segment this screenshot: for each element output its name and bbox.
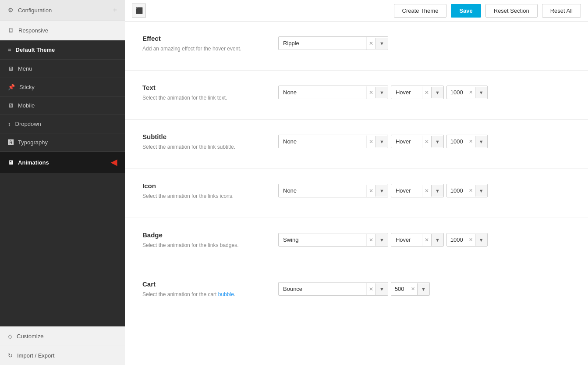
main-panel: ⬛ Create Theme Save Reset Section Reset … — [125, 0, 588, 365]
subtitle-select-arrow[interactable]: ▼ — [375, 136, 388, 147]
create-theme-button[interactable]: Create Theme — [394, 4, 447, 18]
subtitle-select-value: None — [279, 135, 366, 148]
cart-desc: Select the animation for the cart bubble… — [142, 290, 265, 298]
layout-icon: ⬛ — [135, 7, 143, 14]
icon-trigger-arrow[interactable]: ▼ — [431, 185, 443, 197]
subtitle-select-clear[interactable]: ✕ — [366, 136, 375, 148]
subtitle-trigger-select[interactable]: Hover ✕ ▼ — [391, 135, 444, 148]
menu-icon: 🖥 — [8, 65, 14, 72]
hamburger-icon: ≡ — [8, 47, 11, 53]
sidebar: ⚙ Configuration + 🖥 Responsive ≡ Default… — [0, 0, 125, 365]
badge-trigger-select[interactable]: Hover ✕ ▼ — [391, 233, 444, 247]
icon-duration-arrow[interactable]: ▼ — [475, 185, 487, 197]
icon-select-arrow[interactable]: ▼ — [375, 185, 388, 197]
badge-select-arrow[interactable]: ▼ — [375, 234, 388, 246]
cart-duration-value: 500 — [391, 283, 409, 295]
cart-duration[interactable]: 500 ✕ ▼ — [391, 282, 430, 296]
effect-select-arrow[interactable]: ▼ — [375, 38, 388, 49]
text-trigger-select[interactable]: Hover ✕ ▼ — [391, 86, 444, 99]
subtitle-desc: Select the animation for the link subtit… — [142, 143, 265, 151]
cart-duration-x[interactable]: ✕ — [409, 283, 417, 295]
sidebar-top: ⚙ Configuration + 🖥 Responsive — [0, 0, 125, 40]
cart-duration-arrow[interactable]: ▼ — [417, 283, 429, 295]
badge-title: Badge — [142, 231, 265, 239]
sidebar-item-animations-label: Animations — [18, 159, 49, 166]
badge-duration-x[interactable]: ✕ — [467, 234, 475, 246]
badge-select-clear[interactable]: ✕ — [366, 234, 375, 246]
effect-section: Effect Add an amazing effect for the hov… — [142, 35, 570, 53]
sidebar-item-sticky-label: Sticky — [19, 84, 35, 90]
icon-trigger-clear[interactable]: ✕ — [422, 185, 431, 197]
cart-title: Cart — [142, 280, 265, 288]
sidebar-item-typography-label: Typography — [18, 139, 48, 146]
icon-duration-x[interactable]: ✕ — [467, 185, 475, 197]
effect-select-value: Ripple — [279, 37, 366, 50]
icon-select-clear[interactable]: ✕ — [366, 185, 375, 197]
text-duration[interactable]: 1000 ✕ ▼ — [446, 86, 488, 99]
sidebar-item-mobile[interactable]: 🖥 Mobile — [0, 97, 125, 115]
sidebar-section-default-theme[interactable]: ≡ Default Theme — [0, 40, 125, 60]
save-button[interactable]: Save — [451, 4, 481, 18]
text-trigger-arrow[interactable]: ▼ — [431, 87, 443, 98]
sidebar-item-typography[interactable]: 🅰 Typography — [0, 133, 125, 152]
reset-all-button[interactable]: Reset All — [542, 4, 581, 18]
text-section: Text Select the animation for the link t… — [142, 84, 570, 102]
subtitle-trigger-clear[interactable]: ✕ — [422, 136, 431, 148]
badge-duration[interactable]: 1000 ✕ ▼ — [446, 233, 488, 247]
text-duration-arrow[interactable]: ▼ — [475, 87, 487, 98]
text-select-value: None — [279, 86, 366, 99]
cart-section: Cart Select the animation for the cart b… — [142, 280, 570, 298]
icon-duration[interactable]: 1000 ✕ ▼ — [446, 184, 488, 197]
reset-section-button[interactable]: Reset Section — [485, 4, 538, 18]
subtitle-trigger-arrow[interactable]: ▼ — [431, 136, 443, 147]
sidebar-item-configuration-label: Configuration — [18, 7, 52, 14]
sidebar-item-customize[interactable]: ◇ Customize — [0, 326, 125, 346]
subtitle-select[interactable]: None ✕ ▼ — [278, 135, 388, 148]
cart-select-clear[interactable]: ✕ — [366, 283, 375, 295]
import-export-icon: ↻ — [8, 352, 13, 359]
text-select-arrow[interactable]: ▼ — [375, 87, 388, 98]
sidebar-item-sticky[interactable]: 📌 Sticky — [0, 78, 125, 97]
sidebar-item-responsive[interactable]: 🖥 Responsive — [0, 21, 125, 40]
sidebar-item-dropdown[interactable]: ↕ Dropdown — [0, 115, 125, 133]
effect-title: Effect — [142, 35, 265, 42]
cart-desc-link[interactable]: bubble — [218, 291, 234, 297]
layout-icon-btn[interactable]: ⬛ — [132, 4, 146, 18]
badge-trigger-clear[interactable]: ✕ — [422, 234, 431, 246]
badge-select[interactable]: Swing ✕ ▼ — [278, 233, 388, 247]
icon-trigger-select[interactable]: Hover ✕ ▼ — [391, 184, 444, 197]
text-select-clear[interactable]: ✕ — [366, 86, 375, 99]
badge-section-left: Badge Select the animation for the links… — [142, 231, 265, 249]
sidebar-item-menu[interactable]: 🖥 Menu — [0, 60, 125, 78]
sidebar-bottom: ◇ Customize ↻ Import / Export — [0, 326, 125, 365]
text-select[interactable]: None ✕ ▼ — [278, 86, 388, 99]
badge-trigger-arrow[interactable]: ▼ — [431, 234, 443, 246]
subtitle-duration-x[interactable]: ✕ — [467, 136, 475, 147]
sidebar-item-import-export[interactable]: ↻ Import / Export — [0, 346, 125, 365]
subtitle-duration-value: 1000 — [447, 135, 467, 148]
sidebar-item-mobile-label: Mobile — [18, 102, 35, 109]
effect-select-clear[interactable]: ✕ — [366, 37, 375, 50]
icon-select-value: None — [279, 184, 366, 197]
badge-duration-value: 1000 — [447, 233, 467, 246]
cart-select-value: Bounce — [279, 283, 366, 295]
divider-4 — [125, 218, 588, 218]
text-trigger-clear[interactable]: ✕ — [422, 86, 431, 99]
cart-select[interactable]: Bounce ✕ ▼ — [278, 282, 388, 296]
text-desc: Select the animation for the link text. — [142, 94, 265, 102]
icon-trigger-value: Hover — [391, 184, 422, 197]
text-duration-x[interactable]: ✕ — [467, 86, 475, 98]
sidebar-item-responsive-label: Responsive — [18, 27, 48, 34]
badge-duration-arrow[interactable]: ▼ — [475, 234, 487, 246]
sidebar-item-animations[interactable]: 🖥 Animations ◀ — [0, 152, 125, 173]
customize-icon: ◇ — [8, 333, 12, 340]
subtitle-duration-arrow[interactable]: ▼ — [475, 136, 487, 147]
sidebar-item-configuration[interactable]: ⚙ Configuration + — [0, 0, 125, 21]
sidebar-item-menu-label: Menu — [18, 65, 32, 72]
effect-select[interactable]: Ripple ✕ ▼ — [278, 36, 388, 50]
icon-select[interactable]: None ✕ ▼ — [278, 184, 388, 197]
cart-select-arrow[interactable]: ▼ — [375, 283, 388, 295]
icon-duration-value: 1000 — [447, 184, 467, 197]
subtitle-duration[interactable]: 1000 ✕ ▼ — [446, 135, 488, 148]
plus-icon[interactable]: + — [113, 6, 117, 14]
